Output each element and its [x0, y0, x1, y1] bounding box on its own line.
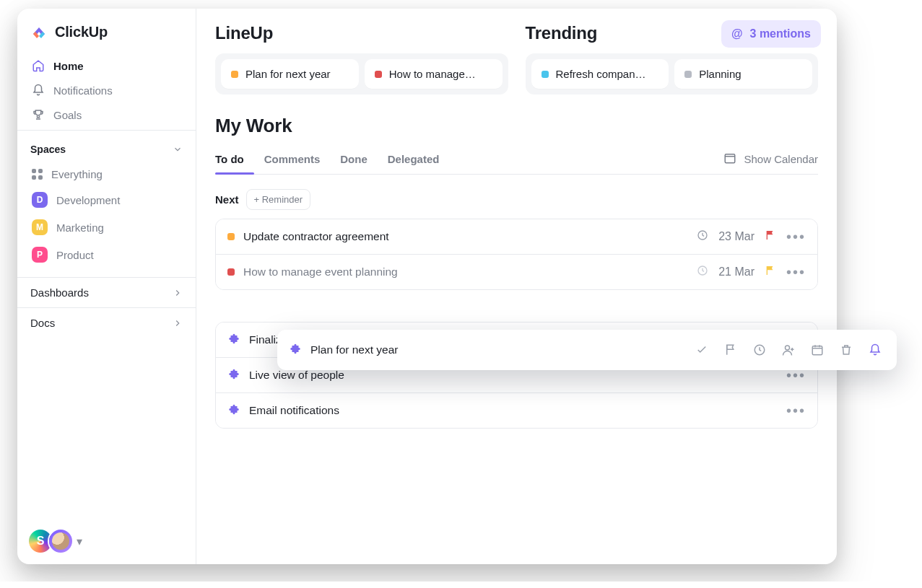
space-everything[interactable]: Everything [23, 162, 190, 186]
task-row[interactable]: How to manage event planning 21 Mar ••• [216, 254, 817, 289]
bell-icon[interactable] [865, 340, 885, 360]
calendar-icon [723, 152, 736, 167]
tab-todo[interactable]: To do [215, 144, 244, 174]
task-list: Update contractor agreement 23 Mar ••• H… [215, 219, 818, 290]
show-calendar-button[interactable]: Show Calendar [723, 152, 818, 167]
task-date: 21 Mar [718, 266, 754, 278]
status-dot [542, 71, 549, 78]
tab-done[interactable]: Done [340, 144, 368, 174]
spaces-header[interactable]: Spaces [17, 138, 196, 161]
item-title: Email notifications [249, 404, 778, 417]
list-item[interactable]: Email notifications ••• [216, 392, 817, 428]
task-meta: 21 Mar ••• [697, 265, 806, 279]
more-icon[interactable]: ••• [786, 229, 806, 244]
item-title: Live view of people [249, 369, 778, 382]
trending-card[interactable]: Planning [674, 59, 812, 89]
mentions-label: 3 mentions [750, 27, 811, 40]
avatar[interactable] [49, 530, 72, 553]
group-next: Next + Reminder Update contractor agreem… [215, 189, 818, 429]
space-marketing[interactable]: M Marketing [23, 214, 190, 241]
nav-label: Goals [53, 109, 82, 121]
sidebar-dashboards[interactable]: Dashboards [17, 277, 196, 307]
main: @ 3 mentions LineUp Plan for next year H… [196, 9, 837, 564]
assignee-icon[interactable] [778, 340, 799, 360]
task-date: 23 Mar [718, 230, 754, 243]
svg-rect-7 [812, 346, 822, 355]
primary-nav: Home Notifications Goals [17, 51, 196, 130]
sidebar-footer: ▾ [17, 518, 196, 564]
spaces-title: Spaces [30, 144, 66, 155]
add-reminder-button[interactable]: + Reminder [246, 189, 311, 210]
task-title: Update contractor agreement [243, 230, 688, 243]
lineup-card[interactable]: Plan for next year [221, 59, 359, 89]
trophy-icon [32, 108, 45, 121]
caret-down-icon[interactable]: ▾ [77, 535, 82, 548]
app-window: ClickUp Home Notifications Goals [17, 9, 837, 564]
puzzle-icon [227, 369, 240, 382]
card-label: How to manage… [389, 68, 476, 80]
task-title: How to manage event planning [243, 266, 688, 278]
floating-task-toolbar: Plan for next year [277, 330, 897, 370]
calendar-icon[interactable] [807, 340, 827, 360]
lineup-title: LineUp [215, 23, 508, 43]
svg-rect-0 [726, 154, 736, 163]
flag-icon[interactable] [765, 265, 776, 279]
space-label: Product [56, 249, 94, 261]
card-label: Plan for next year [245, 68, 331, 80]
clock-icon [697, 229, 708, 244]
nav-goals[interactable]: Goals [23, 102, 190, 127]
status-dot [227, 233, 235, 240]
group-title: Next [215, 193, 239, 206]
clock-icon[interactable] [749, 340, 770, 360]
space-label: Marketing [56, 221, 104, 234]
floating-title: Plan for next year [310, 343, 683, 356]
trending-card[interactable]: Refresh compan… [531, 59, 669, 89]
tab-comments[interactable]: Comments [264, 144, 321, 174]
svg-point-6 [786, 346, 790, 350]
bell-icon [32, 84, 45, 97]
tab-delegated[interactable]: Delegated [388, 144, 440, 174]
svg-rect-4 [767, 266, 767, 275]
brand-name: ClickUp [55, 24, 108, 40]
spaces-section: Spaces Everything D Development M Market… [17, 130, 196, 277]
trash-icon[interactable] [836, 340, 856, 360]
more-icon[interactable]: ••• [786, 403, 806, 418]
nav-label: Notifications [53, 84, 113, 97]
nav-notifications[interactable]: Notifications [23, 78, 190, 102]
more-icon[interactable]: ••• [786, 265, 806, 279]
group-head: Next + Reminder [215, 189, 818, 210]
chevron-right-icon [173, 318, 183, 328]
check-icon[interactable] [692, 340, 712, 360]
at-icon: @ [731, 27, 743, 40]
space-development[interactable]: D Development [23, 186, 190, 214]
more-icon[interactable]: ••• [786, 368, 806, 382]
svg-rect-2 [767, 231, 767, 240]
flag-icon[interactable] [721, 340, 741, 360]
lineup-card[interactable]: How to manage… [365, 59, 503, 89]
grid-icon [32, 169, 43, 180]
nav-home[interactable]: Home [23, 53, 190, 78]
nav-label: Home [53, 60, 84, 72]
space-swatch: D [32, 192, 48, 208]
mentions-chip[interactable]: @ 3 mentions [721, 20, 821, 48]
chevron-right-icon [173, 288, 183, 298]
sidebar-docs[interactable]: Docs [17, 307, 196, 338]
task-row[interactable]: Update contractor agreement 23 Mar ••• [216, 219, 817, 254]
space-swatch: P [32, 247, 48, 263]
clock-icon [697, 265, 708, 279]
home-icon [32, 59, 45, 72]
link-label: Dashboards [30, 286, 89, 299]
lineup-col: LineUp Plan for next year How to manage… [215, 23, 508, 95]
status-dot [231, 71, 238, 78]
brand: ClickUp [17, 9, 196, 51]
link-label: Docs [30, 317, 55, 329]
mywork-tabs: To do Comments Done Delegated Show Calen… [215, 144, 818, 175]
flag-icon[interactable] [765, 229, 776, 244]
space-product[interactable]: P Product [23, 241, 190, 268]
trending-chips: Refresh compan… Planning [526, 53, 819, 95]
mywork-title: My Work [215, 115, 818, 137]
puzzle-icon [289, 343, 302, 356]
status-dot [227, 268, 235, 276]
status-dot [684, 71, 692, 78]
space-swatch: M [32, 219, 48, 235]
